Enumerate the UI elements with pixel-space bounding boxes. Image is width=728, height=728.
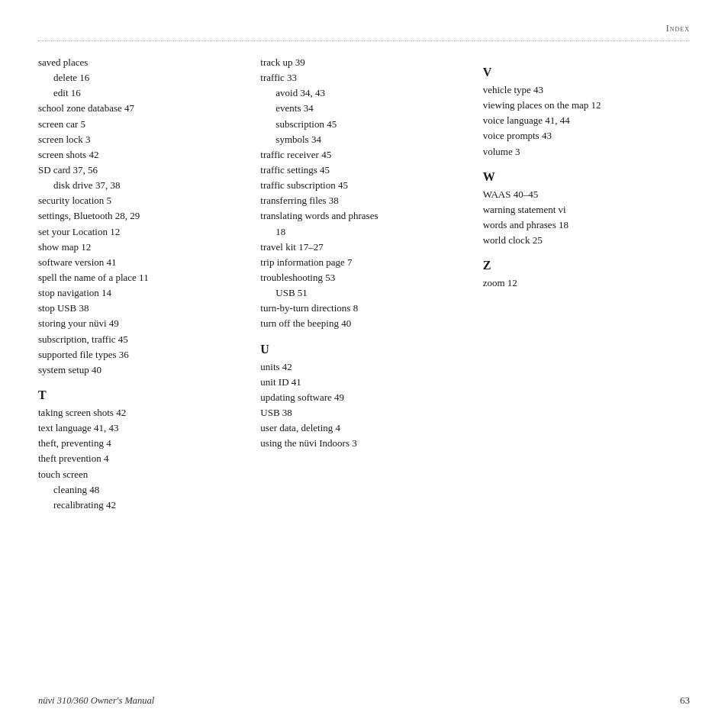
sub-entry-text: disk drive 37, 38 <box>38 178 245 193</box>
entry-text: screen shots 42 <box>38 147 245 163</box>
index-main-entry: trip information page 7 <box>260 255 467 270</box>
entry-text: traffic 33 <box>260 70 467 85</box>
index-sub-entry: avoid 34, 43 <box>260 85 467 101</box>
index-main-entry: SD card 37, 56 <box>38 163 245 178</box>
footer-title: nüvi 310/360 Owner's Manual <box>38 695 154 707</box>
index-main-entry: touch screen <box>38 467 245 482</box>
index-main-entry: saved places <box>38 55 245 70</box>
index-column-1: saved placesdelete 16edit 16school zone … <box>38 55 260 513</box>
entry-text: spell the name of a place 11 <box>38 270 245 285</box>
entry-text: security location 5 <box>38 193 245 208</box>
index-column-3: Vvehicle type 43viewing places on the ma… <box>483 55 690 513</box>
index-main-entry: troubleshooting 53 <box>260 270 467 285</box>
entry-text: taking screen shots 42 <box>38 405 245 420</box>
index-sub-entry: USB 51 <box>260 285 467 301</box>
index-main-entry: WAAS 40–45 <box>483 187 690 202</box>
index-sub-entry: disk drive 37, 38 <box>38 178 245 193</box>
entry-text: track up 39 <box>260 55 467 70</box>
section-letter-v: V <box>483 66 690 79</box>
entry-text: voice language 41, 44 <box>483 113 690 128</box>
index-main-entry: turn-by-turn directions 8 <box>260 301 467 316</box>
entry-text: travel kit 17–27 <box>260 240 467 255</box>
entry-text: user data, deleting 4 <box>260 420 467 436</box>
index-main-entry: voice prompts 43 <box>483 128 690 143</box>
entry-text: subscription, traffic 45 <box>38 332 245 347</box>
entry-text: words and phrases 18 <box>483 217 690 233</box>
section-letter-t: T <box>38 388 245 402</box>
entry-text: turn-by-turn directions 8 <box>260 301 467 316</box>
entry-text: traffic receiver 45 <box>260 147 467 163</box>
entry-text: USB 38 <box>260 405 467 420</box>
index-main-entry: translating words and phrases <box>260 208 467 224</box>
entry-text: translating words and phrases <box>260 208 467 224</box>
section-letter-w: W <box>483 170 690 184</box>
index-sub-entry: recalibrating 42 <box>38 498 245 513</box>
index-main-entry: traffic subscription 45 <box>260 178 467 193</box>
index-main-entry: set your Location 12 <box>38 224 245 240</box>
content-area: saved placesdelete 16edit 16school zone … <box>38 55 690 513</box>
index-sub-entry: 18 <box>260 224 467 240</box>
index-main-entry: turn off the beeping 40 <box>260 316 467 331</box>
entry-text: system setup 40 <box>38 362 245 378</box>
page: Index saved placesdelete 16edit 16school… <box>0 0 728 728</box>
entry-text: volume 3 <box>483 144 690 159</box>
entry-text: trip information page 7 <box>260 255 467 270</box>
index-main-entry: using the nüvi Indoors 3 <box>260 436 467 451</box>
index-main-entry: storing your nüvi 49 <box>38 316 245 331</box>
entry-text: troubleshooting 53 <box>260 270 467 285</box>
index-main-entry: transferring files 38 <box>260 193 467 208</box>
index-main-entry: volume 3 <box>483 144 690 159</box>
entry-text: updating software 49 <box>260 390 467 405</box>
index-main-entry: theft, preventing 4 <box>38 436 245 451</box>
index-main-entry: software version 41 <box>38 255 245 270</box>
index-main-entry: traffic settings 45 <box>260 163 467 178</box>
index-main-entry: traffic 33 <box>260 70 467 85</box>
index-main-entry: traffic receiver 45 <box>260 147 467 163</box>
header-label: Index <box>666 23 690 34</box>
index-column-2: track up 39traffic 33avoid 34, 43events … <box>260 55 482 513</box>
sub-entry-text: avoid 34, 43 <box>260 85 467 101</box>
index-main-entry: screen car 5 <box>38 117 245 132</box>
index-main-entry: unit ID 41 <box>260 375 467 390</box>
index-main-entry: stop USB 38 <box>38 301 245 316</box>
index-sub-entry: edit 16 <box>38 85 245 101</box>
entry-text: theft prevention 4 <box>38 451 245 466</box>
index-sub-entry: delete 16 <box>38 70 245 85</box>
entry-text: turn off the beeping 40 <box>260 316 467 331</box>
index-main-entry: world clock 25 <box>483 233 690 248</box>
index-main-entry: school zone database 47 <box>38 101 245 116</box>
entry-text: set your Location 12 <box>38 224 245 240</box>
entry-text: show map 12 <box>38 240 245 255</box>
index-main-entry: vehicle type 43 <box>483 82 690 98</box>
section-letter-z: Z <box>483 259 690 272</box>
index-main-entry: voice language 41, 44 <box>483 113 690 128</box>
entry-text: traffic settings 45 <box>260 163 467 178</box>
entry-text: screen lock 3 <box>38 132 245 147</box>
entry-text: WAAS 40–45 <box>483 187 690 202</box>
entry-text: theft, preventing 4 <box>38 436 245 451</box>
index-main-entry: supported file types 36 <box>38 347 245 362</box>
index-main-entry: subscription, traffic 45 <box>38 332 245 347</box>
entry-text: screen car 5 <box>38 117 245 132</box>
index-main-entry: screen shots 42 <box>38 147 245 163</box>
index-main-entry: stop navigation 14 <box>38 285 245 301</box>
entry-text: units 42 <box>260 359 467 375</box>
sub-entry-text: symbols 34 <box>260 132 467 147</box>
index-main-entry: screen lock 3 <box>38 132 245 147</box>
index-main-entry: user data, deleting 4 <box>260 420 467 436</box>
index-main-entry: theft prevention 4 <box>38 451 245 466</box>
entry-text: viewing places on the map 12 <box>483 98 690 113</box>
sub-entry-text: events 34 <box>260 101 467 116</box>
entry-text: stop USB 38 <box>38 301 245 316</box>
entry-text: unit ID 41 <box>260 375 467 390</box>
index-main-entry: units 42 <box>260 359 467 375</box>
entry-text: saved places <box>38 55 245 70</box>
entry-text: touch screen <box>38 467 245 482</box>
sub-entry-text: USB 51 <box>260 285 467 301</box>
entry-text: warning statement vi <box>483 202 690 217</box>
entry-text: traffic subscription 45 <box>260 178 467 193</box>
index-main-entry: USB 38 <box>260 405 467 420</box>
index-main-entry: zoom 12 <box>483 275 690 291</box>
page-footer: nüvi 310/360 Owner's Manual 63 <box>38 694 690 707</box>
entry-text: settings, Bluetooth 28, 29 <box>38 208 245 224</box>
